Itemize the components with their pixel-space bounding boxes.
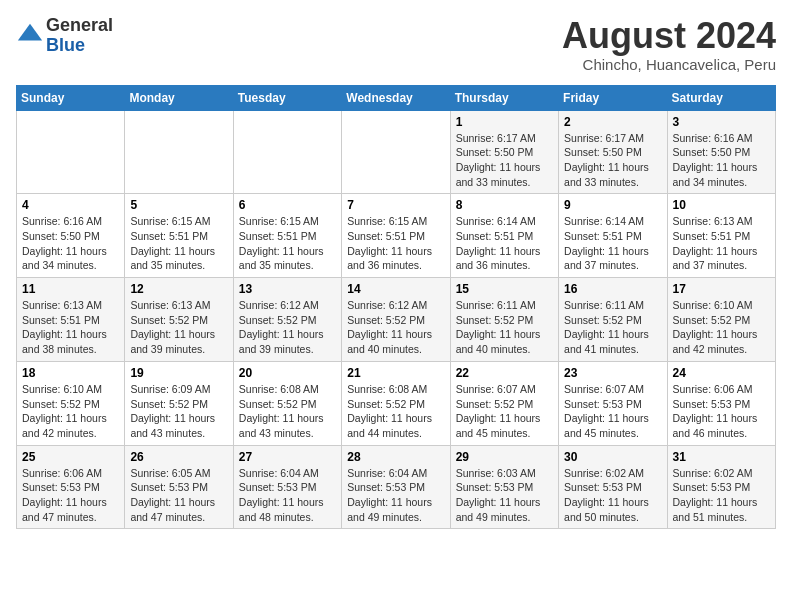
day-info: Sunrise: 6:02 AM Sunset: 5:53 PM Dayligh…	[564, 466, 661, 525]
day-info: Sunrise: 6:16 AM Sunset: 5:50 PM Dayligh…	[673, 131, 770, 190]
day-number: 20	[239, 366, 336, 380]
weekday-header-wednesday: Wednesday	[342, 85, 450, 110]
calendar-cell	[233, 110, 341, 194]
weekday-header-saturday: Saturday	[667, 85, 775, 110]
day-info: Sunrise: 6:16 AM Sunset: 5:50 PM Dayligh…	[22, 214, 119, 273]
day-number: 24	[673, 366, 770, 380]
day-info: Sunrise: 6:14 AM Sunset: 5:51 PM Dayligh…	[456, 214, 553, 273]
day-number: 10	[673, 198, 770, 212]
calendar-cell: 6Sunrise: 6:15 AM Sunset: 5:51 PM Daylig…	[233, 194, 341, 278]
logo: General Blue	[16, 16, 113, 56]
day-info: Sunrise: 6:05 AM Sunset: 5:53 PM Dayligh…	[130, 466, 227, 525]
day-info: Sunrise: 6:08 AM Sunset: 5:52 PM Dayligh…	[239, 382, 336, 441]
day-number: 25	[22, 450, 119, 464]
day-info: Sunrise: 6:12 AM Sunset: 5:52 PM Dayligh…	[239, 298, 336, 357]
day-number: 2	[564, 115, 661, 129]
day-number: 4	[22, 198, 119, 212]
calendar-cell: 18Sunrise: 6:10 AM Sunset: 5:52 PM Dayli…	[17, 361, 125, 445]
calendar-cell: 9Sunrise: 6:14 AM Sunset: 5:51 PM Daylig…	[559, 194, 667, 278]
calendar-week-row: 11Sunrise: 6:13 AM Sunset: 5:51 PM Dayli…	[17, 278, 776, 362]
day-number: 8	[456, 198, 553, 212]
day-number: 28	[347, 450, 444, 464]
day-number: 9	[564, 198, 661, 212]
day-number: 31	[673, 450, 770, 464]
calendar-cell: 8Sunrise: 6:14 AM Sunset: 5:51 PM Daylig…	[450, 194, 558, 278]
calendar-cell: 13Sunrise: 6:12 AM Sunset: 5:52 PM Dayli…	[233, 278, 341, 362]
calendar-cell: 30Sunrise: 6:02 AM Sunset: 5:53 PM Dayli…	[559, 445, 667, 529]
calendar-cell	[125, 110, 233, 194]
day-info: Sunrise: 6:04 AM Sunset: 5:53 PM Dayligh…	[347, 466, 444, 525]
calendar-cell: 11Sunrise: 6:13 AM Sunset: 5:51 PM Dayli…	[17, 278, 125, 362]
calendar-cell	[342, 110, 450, 194]
day-info: Sunrise: 6:15 AM Sunset: 5:51 PM Dayligh…	[239, 214, 336, 273]
day-info: Sunrise: 6:03 AM Sunset: 5:53 PM Dayligh…	[456, 466, 553, 525]
calendar-cell: 3Sunrise: 6:16 AM Sunset: 5:50 PM Daylig…	[667, 110, 775, 194]
day-info: Sunrise: 6:13 AM Sunset: 5:52 PM Dayligh…	[130, 298, 227, 357]
day-info: Sunrise: 6:11 AM Sunset: 5:52 PM Dayligh…	[456, 298, 553, 357]
day-info: Sunrise: 6:04 AM Sunset: 5:53 PM Dayligh…	[239, 466, 336, 525]
day-info: Sunrise: 6:13 AM Sunset: 5:51 PM Dayligh…	[673, 214, 770, 273]
day-number: 21	[347, 366, 444, 380]
logo-blue: Blue	[46, 35, 85, 55]
day-number: 5	[130, 198, 227, 212]
calendar-cell: 2Sunrise: 6:17 AM Sunset: 5:50 PM Daylig…	[559, 110, 667, 194]
day-info: Sunrise: 6:07 AM Sunset: 5:53 PM Dayligh…	[564, 382, 661, 441]
calendar-cell: 10Sunrise: 6:13 AM Sunset: 5:51 PM Dayli…	[667, 194, 775, 278]
calendar-cell: 16Sunrise: 6:11 AM Sunset: 5:52 PM Dayli…	[559, 278, 667, 362]
logo-icon	[16, 20, 44, 48]
calendar-week-row: 18Sunrise: 6:10 AM Sunset: 5:52 PM Dayli…	[17, 361, 776, 445]
weekday-header-friday: Friday	[559, 85, 667, 110]
calendar-week-row: 4Sunrise: 6:16 AM Sunset: 5:50 PM Daylig…	[17, 194, 776, 278]
day-number: 14	[347, 282, 444, 296]
month-year: August 2024	[562, 16, 776, 56]
location: Chincho, Huancavelica, Peru	[562, 56, 776, 73]
day-info: Sunrise: 6:10 AM Sunset: 5:52 PM Dayligh…	[673, 298, 770, 357]
calendar-cell: 24Sunrise: 6:06 AM Sunset: 5:53 PM Dayli…	[667, 361, 775, 445]
day-number: 30	[564, 450, 661, 464]
day-info: Sunrise: 6:15 AM Sunset: 5:51 PM Dayligh…	[130, 214, 227, 273]
day-number: 19	[130, 366, 227, 380]
calendar-cell: 25Sunrise: 6:06 AM Sunset: 5:53 PM Dayli…	[17, 445, 125, 529]
page-header: General Blue August 2024 Chincho, Huanca…	[16, 16, 776, 73]
calendar-cell: 17Sunrise: 6:10 AM Sunset: 5:52 PM Dayli…	[667, 278, 775, 362]
calendar-cell: 15Sunrise: 6:11 AM Sunset: 5:52 PM Dayli…	[450, 278, 558, 362]
weekday-header-row: SundayMondayTuesdayWednesdayThursdayFrid…	[17, 85, 776, 110]
day-info: Sunrise: 6:17 AM Sunset: 5:50 PM Dayligh…	[456, 131, 553, 190]
calendar-cell: 28Sunrise: 6:04 AM Sunset: 5:53 PM Dayli…	[342, 445, 450, 529]
svg-marker-0	[18, 24, 42, 41]
day-info: Sunrise: 6:08 AM Sunset: 5:52 PM Dayligh…	[347, 382, 444, 441]
day-info: Sunrise: 6:17 AM Sunset: 5:50 PM Dayligh…	[564, 131, 661, 190]
calendar-cell: 7Sunrise: 6:15 AM Sunset: 5:51 PM Daylig…	[342, 194, 450, 278]
weekday-header-monday: Monday	[125, 85, 233, 110]
day-number: 6	[239, 198, 336, 212]
calendar-cell: 29Sunrise: 6:03 AM Sunset: 5:53 PM Dayli…	[450, 445, 558, 529]
day-info: Sunrise: 6:15 AM Sunset: 5:51 PM Dayligh…	[347, 214, 444, 273]
day-number: 13	[239, 282, 336, 296]
day-number: 22	[456, 366, 553, 380]
day-number: 17	[673, 282, 770, 296]
day-number: 23	[564, 366, 661, 380]
day-number: 27	[239, 450, 336, 464]
day-info: Sunrise: 6:11 AM Sunset: 5:52 PM Dayligh…	[564, 298, 661, 357]
calendar-cell: 31Sunrise: 6:02 AM Sunset: 5:53 PM Dayli…	[667, 445, 775, 529]
day-number: 3	[673, 115, 770, 129]
day-info: Sunrise: 6:13 AM Sunset: 5:51 PM Dayligh…	[22, 298, 119, 357]
calendar-cell: 19Sunrise: 6:09 AM Sunset: 5:52 PM Dayli…	[125, 361, 233, 445]
day-info: Sunrise: 6:12 AM Sunset: 5:52 PM Dayligh…	[347, 298, 444, 357]
calendar-cell: 14Sunrise: 6:12 AM Sunset: 5:52 PM Dayli…	[342, 278, 450, 362]
day-number: 7	[347, 198, 444, 212]
day-number: 15	[456, 282, 553, 296]
day-number: 1	[456, 115, 553, 129]
calendar-cell: 1Sunrise: 6:17 AM Sunset: 5:50 PM Daylig…	[450, 110, 558, 194]
weekday-header-tuesday: Tuesday	[233, 85, 341, 110]
weekday-header-thursday: Thursday	[450, 85, 558, 110]
day-info: Sunrise: 6:07 AM Sunset: 5:52 PM Dayligh…	[456, 382, 553, 441]
calendar-cell: 22Sunrise: 6:07 AM Sunset: 5:52 PM Dayli…	[450, 361, 558, 445]
logo-general: General	[46, 15, 113, 35]
day-info: Sunrise: 6:02 AM Sunset: 5:53 PM Dayligh…	[673, 466, 770, 525]
calendar-cell	[17, 110, 125, 194]
day-info: Sunrise: 6:06 AM Sunset: 5:53 PM Dayligh…	[22, 466, 119, 525]
day-number: 26	[130, 450, 227, 464]
calendar-cell: 26Sunrise: 6:05 AM Sunset: 5:53 PM Dayli…	[125, 445, 233, 529]
day-number: 18	[22, 366, 119, 380]
